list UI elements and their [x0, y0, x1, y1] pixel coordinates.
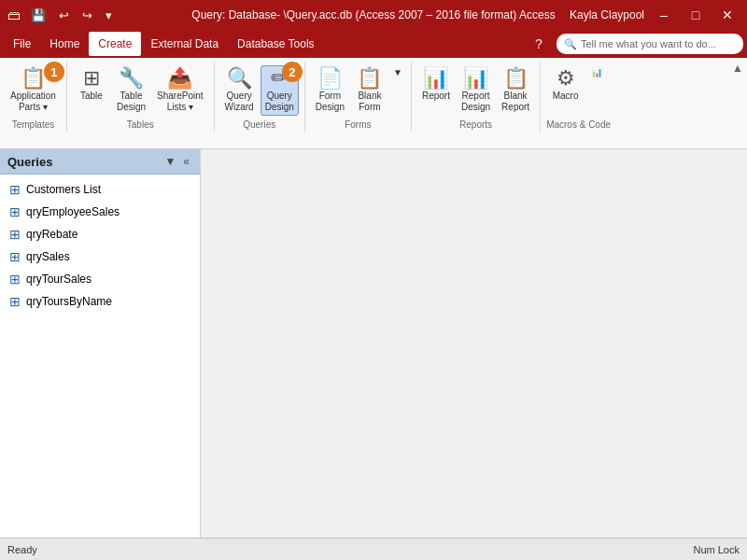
ribbon-group-macros: ⚙ Macro 📊 Macros & Code	[541, 62, 616, 132]
search-icon: 🔍	[564, 38, 577, 50]
form-design-button[interactable]: 📄 FormDesign	[311, 65, 349, 116]
query-wizard-button[interactable]: 🔍 QueryWizard	[220, 65, 259, 116]
sharepoint-label: SharePointLists ▾	[157, 91, 203, 113]
badge-1: 1	[44, 62, 64, 82]
minimize-button[interactable]: –	[652, 3, 676, 27]
table-button[interactable]: ⊞ Table	[73, 65, 110, 105]
macro-button[interactable]: ⚙ Macro	[547, 65, 585, 105]
badge-2: 2	[282, 62, 303, 82]
table-design-label: TableDesign	[117, 91, 146, 113]
query-wizard-icon: 🔍	[227, 68, 252, 89]
menu-bar: File Home Create External Data Database …	[0, 30, 747, 58]
macro-icon: ⚙	[557, 68, 575, 89]
blank-form-button[interactable]: 📋 BlankForm	[351, 65, 388, 116]
nav-panel: Queries ▼ « ⊞ Customers List ⊞ qryEmploy…	[0, 149, 201, 538]
macro-label: Macro	[553, 91, 579, 102]
menu-create[interactable]: Create	[89, 32, 141, 56]
report-label: Report	[422, 91, 450, 102]
sharepoint-icon: 📤	[167, 68, 192, 89]
app-icon: 🗃	[7, 7, 21, 22]
report-design-button[interactable]: 📊 ReportDesign	[457, 65, 495, 116]
main-content	[201, 149, 747, 538]
table-design-icon: 🔧	[119, 68, 144, 89]
query-icon-3: ⊞	[9, 249, 21, 264]
nav-item-label-0: Customers List	[26, 183, 101, 196]
undo-quick-btn[interactable]: ↩	[54, 7, 74, 24]
nav-item-label-1: qryEmployeeSales	[26, 205, 120, 218]
menu-external-data[interactable]: External Data	[141, 32, 228, 56]
query-wizard-label: QueryWizard	[225, 91, 254, 113]
visual-basic-button[interactable]: 📊	[586, 65, 611, 79]
quick-access-toolbar: 💾 ↩ ↪ ▾	[26, 7, 117, 24]
query-icon-1: ⊞	[9, 204, 21, 219]
save-quick-btn[interactable]: 💾	[26, 7, 50, 24]
app-parts-badge-wrapper: 📋 ApplicationParts ▾ 1	[6, 65, 61, 116]
ribbon-groups: 📋 ApplicationParts ▾ 1 Templates ⊞ Table	[0, 62, 747, 132]
menu-file[interactable]: File	[4, 32, 40, 56]
ribbon-group-reports: 📊 Report 📊 ReportDesign 📋 BlankReport Re…	[412, 62, 541, 132]
queries-label: Queries	[220, 118, 299, 132]
ribbon-group-queries: 🔍 QueryWizard ✏ QueryDesign 2 Queries	[215, 62, 305, 132]
title-bar: 🗃 💾 ↩ ↪ ▾ Query: Database- \Query.acc.db…	[0, 0, 747, 30]
templates-label: Templates	[6, 118, 61, 132]
queries-buttons: 🔍 QueryWizard ✏ QueryDesign 2	[220, 65, 299, 116]
table-design-button[interactable]: 🔧 TableDesign	[112, 65, 150, 116]
nav-item-qry-tours-by-name[interactable]: ⊞ qryToursByName	[0, 290, 200, 313]
nav-item-label-3: qrySales	[26, 250, 70, 263]
nav-item-label-2: qryRebate	[26, 228, 78, 241]
blank-report-button[interactable]: 📋 BlankReport	[497, 65, 534, 116]
ribbon-collapse-button[interactable]: ▲	[732, 62, 743, 75]
status-text-right: Num Lock	[693, 544, 740, 555]
nav-panel-title: Queries	[7, 155, 52, 169]
report-button[interactable]: 📊 Report	[417, 65, 455, 105]
tables-buttons: ⊞ Table 🔧 TableDesign 📤 SharePointLists …	[73, 65, 208, 116]
title-bar-left: 🗃 💾 ↩ ↪ ▾	[7, 7, 117, 24]
content-area: Queries ▼ « ⊞ Customers List ⊞ qryEmploy…	[0, 149, 747, 538]
tell-me-input[interactable]: 🔍 Tell me what you want to do...	[557, 34, 743, 54]
forms-more-button[interactable]: ▼	[390, 65, 405, 79]
query-design-badge-wrapper: ✏ QueryDesign 2	[261, 65, 299, 116]
nav-item-qry-tour-sales[interactable]: ⊞ qryTourSales	[0, 268, 200, 290]
report-design-icon: 📊	[463, 68, 488, 89]
nav-item-qry-rebate[interactable]: ⊞ qryRebate	[0, 223, 200, 245]
macros-label: Macros & Code	[546, 118, 611, 132]
query-icon-5: ⊞	[9, 294, 21, 309]
help-button[interactable]: ?	[527, 32, 551, 56]
forms-buttons: 📄 FormDesign 📋 BlankForm ▼	[311, 65, 405, 116]
vb-icon: 📊	[591, 67, 602, 77]
nav-menu-button[interactable]: ▼	[162, 154, 178, 169]
nav-item-qry-sales[interactable]: ⊞ qrySales	[0, 245, 200, 268]
forms-label: Forms	[311, 118, 405, 132]
redo-quick-btn[interactable]: ↪	[78, 7, 97, 24]
form-design-label: FormDesign	[316, 91, 345, 113]
nav-item-customers-list[interactable]: ⊞ Customers List	[0, 178, 200, 201]
customize-quick-btn[interactable]: ▾	[101, 7, 117, 24]
nav-item-label-5: qryToursByName	[26, 295, 112, 308]
app-parts-label: ApplicationParts ▾	[10, 91, 56, 113]
title-bar-right: Kayla Claypool – □ ✕	[570, 3, 740, 27]
table-label: Table	[80, 91, 103, 102]
nav-header: Queries ▼ «	[0, 149, 200, 175]
reports-label: Reports	[417, 118, 534, 132]
menu-home[interactable]: Home	[40, 32, 89, 56]
ribbon-group-tables: ⊞ Table 🔧 TableDesign 📤 SharePointLists …	[67, 62, 215, 132]
tables-label: Tables	[73, 118, 208, 132]
macros-buttons: ⚙ Macro 📊	[547, 65, 611, 116]
user-name: Kayla Claypool	[570, 8, 644, 21]
ribbon: 📋 ApplicationParts ▾ 1 Templates ⊞ Table	[0, 58, 747, 149]
close-button[interactable]: ✕	[715, 3, 740, 27]
code-buttons: 📊	[586, 65, 611, 79]
templates-buttons: 📋 ApplicationParts ▾ 1	[6, 65, 61, 116]
reports-buttons: 📊 Report 📊 ReportDesign 📋 BlankReport	[417, 65, 534, 116]
status-bar: Ready Num Lock	[0, 538, 747, 560]
maximize-button[interactable]: □	[684, 3, 708, 27]
report-design-label: ReportDesign	[461, 91, 490, 113]
nav-item-qry-employee-sales[interactable]: ⊞ qryEmployeeSales	[0, 201, 200, 223]
sharepoint-lists-button[interactable]: 📤 SharePointLists ▾	[152, 65, 207, 116]
window-title: Query: Database- \Query.acc.db (Access 2…	[191, 8, 555, 21]
nav-collapse-button[interactable]: «	[180, 154, 192, 169]
nav-header-buttons: ▼ «	[162, 154, 192, 169]
menu-bar-right: ? 🔍 Tell me what you want to do...	[527, 32, 743, 56]
report-icon: 📊	[423, 68, 448, 89]
menu-database-tools[interactable]: Database Tools	[228, 32, 324, 56]
